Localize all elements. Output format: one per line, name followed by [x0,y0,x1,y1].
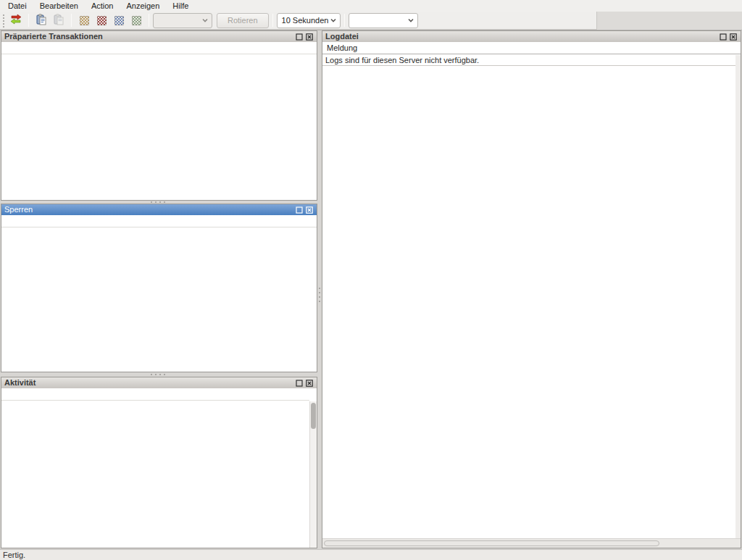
toggle-activity-icon [80,16,89,25]
toolbar-separator [344,14,345,27]
vertical-scrollbar[interactable] [309,401,317,548]
maximize-icon[interactable] [295,379,304,388]
scrollbar-thumb[interactable] [324,540,659,546]
refresh-button[interactable] [7,12,25,28]
menu-bar: Datei Bearbeiten Action Anzeigen Hilfe [0,0,742,12]
menu-action[interactable]: Action [85,1,120,12]
close-icon[interactable] [305,206,314,214]
close-icon[interactable] [305,33,314,41]
menu-datei[interactable]: Datei [1,1,33,12]
copy-report-button[interactable] [50,12,67,28]
prepared-transactions-list[interactable] [1,42,317,200]
server-status-window: Datei Bearbeiten Action Anzeigen Hilfe [0,0,742,560]
logfile-list[interactable]: Meldung Logs sind für diesen Server nich… [322,42,741,548]
chevron-down-icon [407,17,414,24]
logfile-column-header[interactable]: Meldung [322,42,741,54]
status-bar: Fertig. [0,549,742,560]
maximize-icon[interactable] [295,33,304,41]
pane-logfile: Logdatei Meldung Logs sind für diesen Se… [322,30,741,548]
sash-grip-dots [149,374,168,375]
toggle-locks-icon [97,16,107,25]
status-text: Fertig. [3,551,25,559]
chevron-down-icon [330,17,337,24]
list-header [1,215,317,227]
pane-title: Aktivität [4,377,293,388]
maximize-icon[interactable] [719,33,728,41]
pane-prepared-transactions: Präparierte Transaktionen [1,30,317,201]
toggle-logfile-icon [132,16,141,25]
pane-title: Sperren [4,204,293,215]
refresh-icon [9,14,22,27]
pane-activity: Aktivität [1,377,317,548]
activity-list[interactable] [1,388,317,548]
toolbar-separator [28,14,29,27]
toggle-activity-button[interactable] [75,12,93,28]
pane-caption: Logdatei [322,31,741,42]
close-icon[interactable] [729,33,738,41]
toggle-transactions-icon [114,16,124,25]
dock-area: Präparierte Transaktionen Sperren [0,30,742,549]
pane-title: Präparierte Transaktionen [4,31,293,42]
menu-hilfe[interactable]: Hilfe [166,1,195,12]
copy-report-icon [53,14,64,27]
scrollbar-thumb[interactable] [311,403,316,429]
toggle-logfile-button[interactable] [128,12,145,28]
toolbar-separator [149,14,149,27]
logformat-combo[interactable] [349,13,418,28]
toolbar: Rotieren 10 Sekunden [0,12,597,30]
pane-caption: Sperren [1,204,317,215]
rotate-button[interactable]: Rotieren [217,13,269,28]
list-header [1,42,317,54]
sash-grip-dots [319,286,320,305]
menu-anzeigen[interactable]: Anzeigen [120,1,166,12]
logfile-message-row[interactable]: Logs sind für diesen Server nicht verfüg… [322,54,741,66]
toggle-transactions-button[interactable] [110,12,128,28]
interval-combo[interactable]: 10 Sekunden [277,13,341,28]
sash-grip-dots [149,201,168,203]
toolbar-row: Rotieren 10 Sekunden [0,12,742,30]
rotate-button-label: Rotieren [228,16,258,25]
list-header [1,388,309,401]
copy-icon [36,14,47,27]
pane-caption: Präparierte Transaktionen [1,31,317,42]
pane-locks: Sperren [1,204,317,372]
interval-combo-value: 10 Sekunden [282,16,329,25]
locks-list[interactable] [1,215,317,372]
pane-title: Logdatei [325,31,717,42]
close-icon[interactable] [305,379,314,388]
toggle-locks-button[interactable] [93,12,110,28]
menu-bearbeiten[interactable]: Bearbeiten [33,1,85,12]
horizontal-scrollbar[interactable] [322,538,741,548]
pane-caption: Aktivität [1,377,317,388]
maximize-icon[interactable] [295,206,304,214]
chevron-down-icon [201,17,209,24]
refresh-rate-combo[interactable] [153,13,212,28]
toolbar-grip[interactable] [1,13,5,28]
copy-button[interactable] [33,12,50,28]
toolbar-separator [272,14,273,27]
toolbar-separator [71,14,72,27]
vertical-scrollbar-track [735,55,741,538]
